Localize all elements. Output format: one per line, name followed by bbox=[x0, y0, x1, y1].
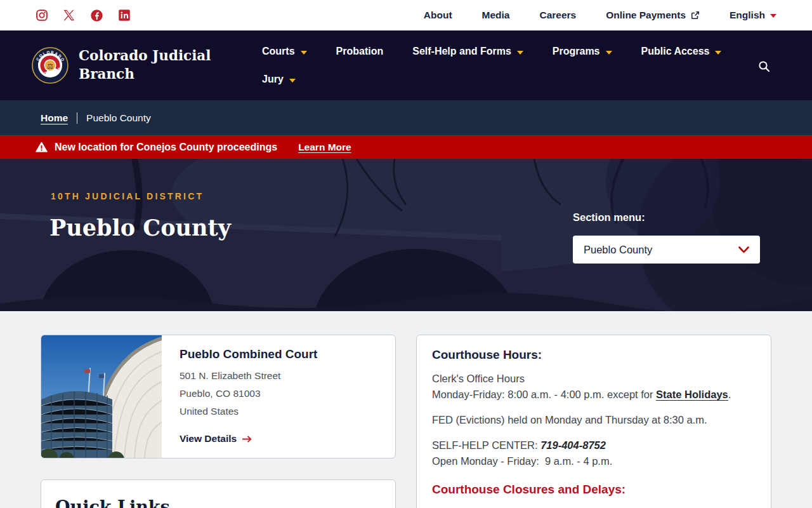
linkedin-icon[interactable] bbox=[118, 9, 131, 22]
main-nav: ⚖ COLORADO COURTS Colorado Judicial Bran… bbox=[0, 30, 812, 100]
section-menu: Section menu: Pueblo County bbox=[573, 211, 760, 264]
closures-heading: Courthouse Closures and Delays: bbox=[432, 483, 756, 497]
hero-banner: 10TH JUDICIAL DISTRICT Pueblo County Sec… bbox=[0, 159, 812, 311]
hours-text-suffix: . bbox=[728, 389, 731, 400]
courthouse-hours-title: Courthouse Hours: bbox=[432, 348, 756, 362]
site-brand-title[interactable]: Colorado Judicial Branch bbox=[79, 46, 212, 83]
search-icon bbox=[758, 60, 770, 72]
nav-item-self-help[interactable]: Self-Help and Forms bbox=[412, 46, 523, 57]
language-selector[interactable]: English bbox=[730, 10, 776, 21]
nav-label: Courts bbox=[262, 46, 295, 57]
online-payments-label: Online Payments bbox=[606, 10, 686, 21]
nav-item-public-access[interactable]: Public Access bbox=[641, 46, 722, 57]
instagram-icon[interactable] bbox=[36, 9, 48, 22]
clerk-hours-paragraph: Clerk's Office Hours Monday-Friday: 8:00… bbox=[432, 371, 756, 403]
court-address: 501 N. Elizabeth Street Pueblo, CO 81003… bbox=[180, 367, 317, 420]
address-line-2: Pueblo, CO 81003 bbox=[180, 385, 317, 403]
chevron-down-icon bbox=[301, 51, 307, 55]
self-help-paragraph: SELF-HELP CENTER: 719-404-8752 Open Mond… bbox=[432, 438, 756, 469]
fed-evictions-line: FED (Evictions) held on Monday and Thurs… bbox=[432, 412, 756, 428]
self-help-open-hours: Open Monday - Friday: 9 a.m. - 4 p.m. bbox=[432, 455, 612, 467]
courthouse-photo bbox=[41, 335, 162, 458]
chevron-down-icon bbox=[517, 51, 523, 55]
x-twitter-icon[interactable] bbox=[63, 9, 75, 22]
about-link[interactable]: About bbox=[424, 10, 452, 21]
chevron-down-icon bbox=[715, 51, 721, 55]
utility-bar: About Media Careers Online Payments Engl… bbox=[0, 0, 812, 30]
section-menu-dropdown[interactable]: Pueblo County bbox=[573, 236, 760, 264]
section-menu-value: Pueblo County bbox=[584, 244, 652, 256]
breadcrumb-current: Pueblo County bbox=[86, 112, 151, 124]
hours-text: Monday-Friday: 8:00 a.m. - 4:00 p.m. exc… bbox=[432, 389, 656, 400]
chevron-down-icon bbox=[606, 51, 612, 55]
nav-item-programs[interactable]: Programs bbox=[553, 46, 612, 57]
alert-message: New location for Conejos County proceedi… bbox=[55, 142, 277, 153]
breadcrumb-home-link[interactable]: Home bbox=[41, 112, 68, 124]
view-details-label: View Details bbox=[180, 433, 237, 444]
facebook-icon[interactable] bbox=[90, 9, 103, 22]
nav-label: Self-Help and Forms bbox=[412, 46, 511, 57]
view-details-link[interactable]: View Details bbox=[180, 433, 317, 444]
warning-icon bbox=[36, 142, 48, 152]
content-area: Pueblo Combined Court 501 N. Elizabeth S… bbox=[0, 311, 812, 508]
utility-links: About Media Careers Online Payments Engl… bbox=[424, 10, 776, 21]
nav-label: Public Access bbox=[641, 46, 710, 57]
court-card-body: Pueblo Combined Court 501 N. Elizabeth S… bbox=[162, 335, 332, 458]
clerk-office-hours-line: Clerk's Office Hours bbox=[432, 373, 525, 384]
careers-link[interactable]: Careers bbox=[540, 10, 577, 21]
page: About Media Careers Online Payments Engl… bbox=[0, 0, 812, 508]
breadcrumb-separator bbox=[77, 112, 77, 124]
chevron-down-icon bbox=[289, 79, 296, 83]
nav-item-probation[interactable]: Probation bbox=[336, 46, 384, 57]
nav-label: Jury bbox=[262, 74, 284, 85]
judicial-district-eyebrow: 10TH JUDICIAL DISTRICT bbox=[51, 191, 204, 201]
court-name: Pueblo Combined Court bbox=[180, 347, 317, 361]
arrow-right-icon bbox=[242, 436, 252, 443]
nav-item-jury[interactable]: Jury bbox=[262, 74, 296, 85]
address-line-3: United States bbox=[180, 403, 317, 420]
breadcrumb: Home Pueblo County bbox=[0, 100, 812, 135]
nav-item-courts[interactable]: Courts bbox=[262, 46, 307, 57]
main-nav-row-2: Jury bbox=[262, 74, 296, 85]
chevron-down-icon bbox=[770, 14, 776, 18]
page-title: Pueblo County bbox=[49, 215, 231, 241]
svg-text:⚖: ⚖ bbox=[47, 62, 53, 70]
courthouse-hours-card: Courthouse Hours: Clerk's Office Hours M… bbox=[416, 335, 771, 508]
alert-learn-more-link[interactable]: Learn More bbox=[298, 142, 351, 153]
language-label: English bbox=[730, 10, 765, 21]
media-link[interactable]: Media bbox=[482, 10, 510, 21]
chevron-down-icon bbox=[738, 246, 749, 253]
alert-banner: New location for Conejos County proceedi… bbox=[0, 135, 812, 159]
main-nav-row-1: Courts Probation Self-Help and Forms Pro… bbox=[262, 46, 721, 57]
nav-label: Probation bbox=[336, 46, 384, 57]
state-holidays-link[interactable]: State Holidays bbox=[656, 389, 728, 400]
address-line-1: 501 N. Elizabeth Street bbox=[180, 367, 317, 385]
nav-label: Programs bbox=[553, 46, 600, 57]
quick-links-card: Quick Links bbox=[41, 479, 396, 508]
external-link-icon bbox=[691, 11, 700, 20]
search-button[interactable] bbox=[758, 60, 770, 75]
online-payments-link[interactable]: Online Payments bbox=[606, 10, 700, 21]
court-location-card: Pueblo Combined Court 501 N. Elizabeth S… bbox=[41, 335, 396, 458]
colorado-courts-seal-logo[interactable]: ⚖ COLORADO COURTS bbox=[32, 47, 69, 84]
self-help-label: SELF-HELP CENTER: bbox=[432, 439, 540, 451]
self-help-phone: 719-404-8752 bbox=[540, 439, 606, 451]
quick-links-title: Quick Links bbox=[55, 497, 381, 508]
social-links bbox=[36, 9, 131, 22]
section-menu-label: Section menu: bbox=[573, 211, 760, 224]
